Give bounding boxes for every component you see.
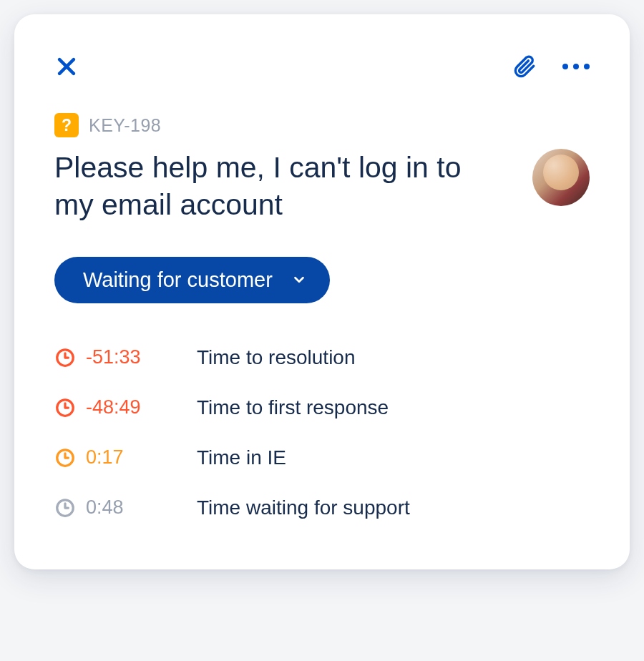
status-dropdown-button[interactable]: Waiting for customer [54,257,330,303]
more-actions-button[interactable] [562,64,590,69]
sla-metric-label: Time to resolution [197,346,356,369]
sla-metric-value: 0:48 [86,496,197,519]
sla-metric-row: 0:48Time waiting for support [54,496,590,519]
issue-type-icon: ? [54,113,79,137]
sla-metric-value: -48:49 [86,396,197,418]
close-button[interactable] [54,54,79,79]
sla-metric-value: -51:33 [86,346,197,368]
sla-metric-label: Time to first response [197,396,389,419]
sla-metric-value: 0:17 [86,446,197,469]
sla-metric-row: -51:33Time to resolution [54,346,590,369]
header-actions [512,54,590,79]
close-icon [54,54,79,79]
status-row: Waiting for customer [54,257,590,303]
issue-key[interactable]: KEY-198 [89,115,161,136]
header [54,54,590,79]
paperclip-icon [512,54,537,79]
sla-metric-label: Time waiting for support [197,496,410,519]
title-row: Please help me, I can't log in to my ema… [54,149,590,224]
sla-metric-label: Time in IE [197,446,286,469]
attach-button[interactable] [512,54,537,79]
sla-metric-row: 0:17Time in IE [54,446,590,469]
clock-icon [54,347,86,368]
issue-title: Please help me, I can't log in to my ema… [54,149,498,224]
clock-icon [54,447,86,469]
sla-metrics: -51:33Time to resolution -48:49Time to f… [54,346,590,519]
ticket-card: ? KEY-198 Please help me, I can't log in… [14,14,630,569]
clock-icon [54,397,86,418]
more-icon [562,64,590,69]
reporter-avatar[interactable] [532,149,590,206]
chevron-down-icon [291,272,307,288]
issue-meta: ? KEY-198 [54,113,590,137]
status-label: Waiting for customer [83,270,273,290]
sla-metric-row: -48:49Time to first response [54,396,590,419]
clock-icon [54,497,86,519]
